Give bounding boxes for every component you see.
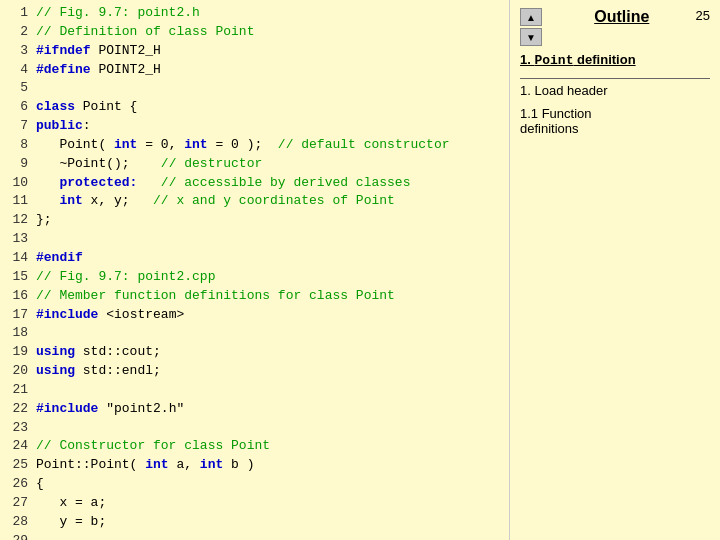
code-line-14: 14#endif: [6, 249, 503, 268]
line-number: 7: [6, 117, 28, 136]
line-number: 12: [6, 211, 28, 230]
code-line-3: 3#ifndef POINT2_H: [6, 42, 503, 61]
line-number: 15: [6, 268, 28, 287]
line-content: #ifndef POINT2_H: [36, 42, 161, 61]
line-content: {: [36, 475, 44, 494]
line-number: 23: [6, 419, 28, 438]
line-content: // Fig. 9.7: point2.h: [36, 4, 200, 23]
code-line-7: 7public:: [6, 117, 503, 136]
line-number: 14: [6, 249, 28, 268]
line-number: 8: [6, 136, 28, 155]
outline-header: ▲ ▼ Outline 25: [520, 8, 710, 48]
line-content: Point( int = 0, int = 0 ); // default co…: [36, 136, 450, 155]
line-number: 28: [6, 513, 28, 532]
line-content: using std::endl;: [36, 362, 161, 381]
code-line-1: 1// Fig. 9.7: point2.h: [6, 4, 503, 23]
code-line-11: 11 int x, y; // x and y coordinates of P…: [6, 192, 503, 211]
page-number: 25: [696, 8, 710, 23]
line-number: 2: [6, 23, 28, 42]
line-number: 4: [6, 61, 28, 80]
line-number: 6: [6, 98, 28, 117]
outline-arrows: ▲ ▼: [520, 8, 542, 48]
line-number: 11: [6, 192, 28, 211]
code-line-20: 20using std::endl;: [6, 362, 503, 381]
line-number: 9: [6, 155, 28, 174]
code-line-13: 13: [6, 230, 503, 249]
outline-panel: ▲ ▼ Outline 25 1. Point definition 1. Lo…: [510, 0, 720, 540]
line-number: 25: [6, 456, 28, 475]
code-line-26: 26{: [6, 475, 503, 494]
line-number: 1: [6, 4, 28, 23]
scroll-down-button[interactable]: ▼: [520, 28, 542, 46]
line-number: 18: [6, 324, 28, 343]
line-number: 22: [6, 400, 28, 419]
line-content: Point::Point( int a, int b ): [36, 456, 254, 475]
code-line-16: 16// Member function definitions for cla…: [6, 287, 503, 306]
code-line-23: 23: [6, 419, 503, 438]
code-line-25: 25Point::Point( int a, int b ): [6, 456, 503, 475]
line-number: 19: [6, 343, 28, 362]
code-line-17: 17#include <iostream>: [6, 306, 503, 325]
code-line-21: 21: [6, 381, 503, 400]
line-content: };: [36, 211, 52, 230]
code-line-24: 24// Constructor for class Point: [6, 437, 503, 456]
outline-title: Outline: [548, 8, 696, 26]
line-content: ~Point(); // destructor: [36, 155, 262, 174]
line-number: 29: [6, 532, 28, 540]
code-line-2: 2// Definition of class Point: [6, 23, 503, 42]
line-number: 26: [6, 475, 28, 494]
line-content: #endif: [36, 249, 83, 268]
line-content: y = b;: [36, 513, 106, 532]
line-number: 20: [6, 362, 28, 381]
line-content: int x, y; // x and y coordinates of Poin…: [36, 192, 395, 211]
outline-section-1[interactable]: 1. Point definition: [520, 52, 710, 68]
code-line-10: 10 protected: // accessible by derived c…: [6, 174, 503, 193]
line-number: 10: [6, 174, 28, 193]
line-content: // Fig. 9.7: point2.cpp: [36, 268, 215, 287]
line-content: #include "point2.h": [36, 400, 184, 419]
outline-section-load-header[interactable]: 1. Load header: [520, 83, 710, 98]
outline-section-function-defs[interactable]: 1.1 Functiondefinitions: [520, 106, 710, 136]
code-line-8: 8 Point( int = 0, int = 0 ); // default …: [6, 136, 503, 155]
line-number: 13: [6, 230, 28, 249]
outline-divider: [520, 78, 710, 79]
line-content: class Point {: [36, 98, 137, 117]
line-content: #include <iostream>: [36, 306, 184, 325]
line-content: // Definition of class Point: [36, 23, 254, 42]
code-line-9: 9 ~Point(); // destructor: [6, 155, 503, 174]
line-content: using std::cout;: [36, 343, 161, 362]
code-line-5: 5: [6, 79, 503, 98]
line-content: // Constructor for class Point: [36, 437, 270, 456]
scroll-up-button[interactable]: ▲: [520, 8, 542, 26]
line-content: x = a;: [36, 494, 106, 513]
code-line-22: 22#include "point2.h": [6, 400, 503, 419]
line-number: 17: [6, 306, 28, 325]
code-line-19: 19using std::cout;: [6, 343, 503, 362]
code-line-6: 6class Point {: [6, 98, 503, 117]
code-line-15: 15// Fig. 9.7: point2.cpp: [6, 268, 503, 287]
code-panel[interactable]: 1// Fig. 9.7: point2.h2// Definition of …: [0, 0, 510, 540]
line-number: 16: [6, 287, 28, 306]
line-content: // Member function definitions for class…: [36, 287, 395, 306]
code-line-28: 28 y = b;: [6, 513, 503, 532]
code-line-29: 29: [6, 532, 503, 540]
line-content: #define POINT2_H: [36, 61, 161, 80]
line-content: protected: // accessible by derived clas…: [36, 174, 410, 193]
line-number: 3: [6, 42, 28, 61]
code-line-18: 18: [6, 324, 503, 343]
line-content: public:: [36, 117, 91, 136]
line-number: 21: [6, 381, 28, 400]
code-line-12: 12};: [6, 211, 503, 230]
line-number: 5: [6, 79, 28, 98]
line-number: 27: [6, 494, 28, 513]
code-line-27: 27 x = a;: [6, 494, 503, 513]
line-number: 24: [6, 437, 28, 456]
code-line-4: 4#define POINT2_H: [6, 61, 503, 80]
